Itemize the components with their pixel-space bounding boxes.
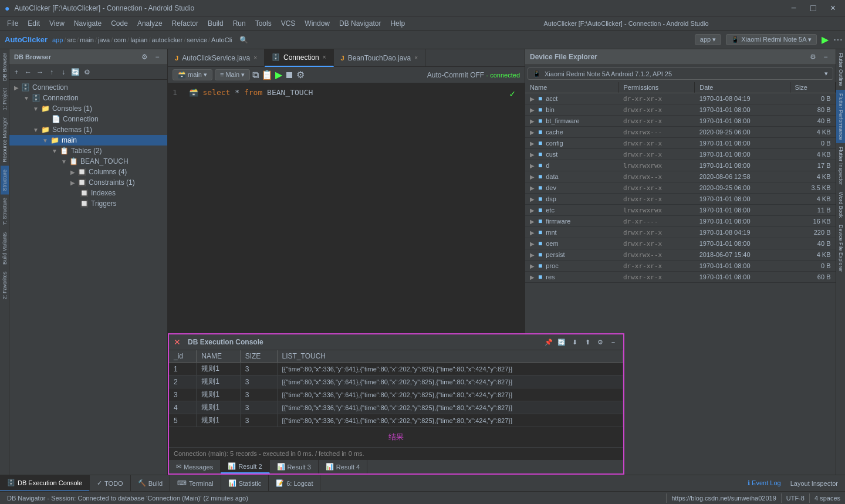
db-refresh-btn[interactable]: 🔄: [70, 67, 80, 77]
tree-item-tables[interactable]: ▼ 📋 Tables (2): [9, 146, 167, 156]
status-indent[interactable]: 4 spaces: [809, 493, 845, 503]
bottom-tab-todo[interactable]: ✓ TODO: [90, 475, 131, 492]
file-row[interactable]: ▶ ■ etc lrwxrwxrwx 1970-01-01 08:00 11 B: [525, 205, 836, 216]
right-tab-flutter-outline[interactable]: Flutter Outline: [836, 49, 845, 90]
file-row[interactable]: ▶ ■ data drwxrwx--x 2020-08-06 12:58 4 K…: [525, 171, 836, 182]
dfe-close[interactable]: −: [820, 52, 831, 62]
close-button[interactable]: ×: [826, 3, 840, 13]
tab-close-autoclickservice[interactable]: ×: [254, 55, 257, 61]
menu-vcs[interactable]: VCS: [276, 18, 300, 29]
breadcrumb-lapian[interactable]: lapian: [130, 36, 147, 43]
console-action-1[interactable]: 📌: [543, 337, 554, 347]
menu-run[interactable]: Run: [228, 18, 251, 29]
left-tab-db-browser[interactable]: DB Browser: [1, 49, 9, 84]
file-row[interactable]: ▶ ■ firmware dr-xr---- 1970-01-01 08:00 …: [525, 216, 836, 227]
device-dropdown[interactable]: 📱 Xiaomi Redmi Note 5A ▾: [726, 34, 817, 45]
breadcrumb-main[interactable]: main: [80, 36, 94, 43]
bottom-tab-build[interactable]: 🔨 Build: [131, 475, 170, 492]
left-tab-favorites[interactable]: 2: Favorites: [1, 268, 9, 303]
tree-item-main[interactable]: ▼ 📁 main: [9, 135, 167, 146]
tree-item-consoles[interactable]: ▼ 📁 Consoles (1): [9, 103, 167, 114]
toolbar-paste-btn[interactable]: 📋: [261, 69, 273, 80]
db-browser-settings[interactable]: ⚙: [139, 52, 150, 62]
breadcrumb-com[interactable]: com: [114, 36, 126, 43]
left-tab-project[interactable]: 1: Project: [1, 84, 9, 114]
db-back-btn[interactable]: ←: [23, 67, 33, 77]
left-tab-structure2[interactable]: 7: Structure: [1, 194, 9, 229]
menu-tools[interactable]: Tools: [251, 18, 276, 29]
toolbar-run-btn[interactable]: ▶: [275, 69, 282, 80]
menu-edit[interactable]: Edit: [23, 18, 45, 29]
right-tab-flutter-perf[interactable]: Flutter Performance: [836, 90, 845, 144]
console-action-3[interactable]: ⬇: [569, 337, 580, 347]
console-minimize[interactable]: −: [608, 337, 618, 347]
layout-inspector-btn[interactable]: Layout Inspector: [790, 480, 838, 487]
table-row[interactable]: 3 规则1 3 [{"time":80,"x":336,"y":641},{"t…: [169, 388, 623, 401]
status-line-col[interactable]: https://blog.csdn.net/sunweiha02019: [666, 493, 781, 503]
bottom-tab-db-console[interactable]: 🗄️ DB Execution Console: [0, 475, 90, 492]
menu-window[interactable]: Window: [300, 18, 334, 29]
breadcrumb-app[interactable]: app: [52, 36, 63, 43]
file-row[interactable]: ▶ ■ acct dr-xr-xr-x 1970-01-08 04:19 0 B: [525, 93, 836, 104]
file-row[interactable]: ▶ ■ persist drwxrwx--x 2018-06-07 15:40 …: [525, 249, 836, 261]
file-row[interactable]: ▶ ■ bin drwxr-xr-x 1970-01-01 08:00 80 B: [525, 104, 836, 116]
file-row[interactable]: ▶ ■ oem drwxr-xr-x 1970-01-01 08:00 40 B: [525, 238, 836, 249]
right-tab-flutter-inspector[interactable]: Flutter Inspector: [836, 143, 845, 188]
tab-close-connection[interactable]: ×: [323, 54, 326, 60]
table-row[interactable]: 4 规则1 3 [{"time":80,"x":336,"y":641},{"t…: [169, 401, 623, 414]
left-tab-resource[interactable]: Resource Manager: [1, 114, 9, 166]
right-tab-word-book[interactable]: Word Book: [836, 188, 845, 221]
toolbar-main-dropdown[interactable]: 🗃️ main ▾: [173, 69, 212, 80]
maximize-button[interactable]: □: [806, 3, 821, 13]
console-action-4[interactable]: ⬆: [582, 337, 593, 347]
bottom-tab-statistic[interactable]: 📊 Statistic: [221, 475, 269, 492]
file-row[interactable]: ▶ ■ cache drwxrwx--- 2020-09-25 06:00 4 …: [525, 127, 836, 138]
db-up-btn[interactable]: ↑: [46, 67, 57, 77]
tree-item-constraints[interactable]: ▶ 🔲 Constraints (1): [9, 177, 167, 188]
db-down-btn[interactable]: ↓: [58, 67, 69, 77]
left-tab-structure[interactable]: Structure: [1, 166, 9, 195]
device-selector[interactable]: 📱 Xiaomi Redmi Note 5A Android 7.1.2, AP…: [528, 67, 833, 80]
file-row[interactable]: ▶ ■ proc dr-xr-xr-x 1970-01-01 08:00 0 B: [525, 261, 836, 272]
tab-close-beantouchdao[interactable]: ×: [414, 55, 418, 61]
menu-navigate[interactable]: Navigate: [69, 18, 106, 29]
file-row[interactable]: ▶ ■ config drwxr-xr-x 1970-01-01 08:00 0…: [525, 138, 836, 149]
menu-help[interactable]: Help: [386, 18, 410, 29]
file-row[interactable]: ▶ ■ dev drwxr-xr-x 2020-09-25 06:00 3.5 …: [525, 182, 836, 194]
file-row[interactable]: ▶ ■ bt_firmware drwxr-xr-x 1970-01-01 08…: [525, 116, 836, 127]
menu-analyze[interactable]: Analyze: [133, 18, 167, 29]
tab-autoclickservice[interactable]: J AutoClickService.java ×: [168, 49, 265, 67]
tab-connection[interactable]: 🗄️ Connection ×: [265, 49, 334, 67]
status-encoding[interactable]: UTF-8: [781, 493, 809, 503]
console-tab-result4[interactable]: 📊 Result 4: [319, 460, 367, 473]
bottom-tab-terminal[interactable]: ⌨ Terminal: [170, 475, 221, 492]
breadcrumb-src[interactable]: src: [67, 36, 76, 43]
console-action-2[interactable]: 🔄: [556, 337, 567, 347]
tree-item-columns[interactable]: ▶ 🔲 Columns (4): [9, 167, 167, 177]
run-button[interactable]: ▶: [822, 34, 829, 45]
left-tab-build-variants[interactable]: Build Variants: [1, 229, 9, 268]
toolbar-stop-btn[interactable]: ⏹: [285, 70, 294, 80]
tree-item-schemas[interactable]: ▼ 📁 Schemas (1): [9, 124, 167, 135]
console-tab-result3[interactable]: 📊 Result 3: [270, 460, 319, 473]
console-tab-result2[interactable]: 📊 Result 2: [221, 460, 269, 473]
db-browser-close[interactable]: −: [152, 52, 163, 62]
breadcrumb-service[interactable]: service: [187, 36, 207, 43]
menu-file[interactable]: File: [2, 18, 23, 29]
console-close-btn[interactable]: ✕: [174, 337, 181, 347]
file-row[interactable]: ▶ ■ cust drwxr-xr-x 1970-01-01 08:00 4 K…: [525, 149, 836, 160]
console-settings[interactable]: ⚙: [595, 337, 606, 347]
menu-refactor[interactable]: Refactor: [167, 18, 203, 29]
file-row[interactable]: ▶ ■ res drwxr-xr-x 1970-01-01 08:00 60 B: [525, 272, 836, 283]
tree-item-console-connection[interactable]: 📄 Connection: [9, 114, 167, 124]
app-dropdown[interactable]: app ▾: [695, 34, 721, 45]
menu-code[interactable]: Code: [106, 18, 133, 29]
menu-view[interactable]: View: [45, 18, 69, 29]
tree-item-indexes[interactable]: 🔲 Indexes: [9, 188, 167, 198]
tree-item-connection-root[interactable]: ▶ 🗄️ Connection: [9, 82, 167, 93]
breadcrumb-autoclicker[interactable]: autoclicker: [152, 36, 183, 43]
file-row[interactable]: ▶ ■ mnt drwxr-xr-x 1970-01-08 04:19 220 …: [525, 227, 836, 238]
menu-db-navigator[interactable]: DB Navigator: [334, 18, 386, 29]
table-row[interactable]: 1 规则1 3 [{"time":80,"x":336,"y":641},{"t…: [169, 363, 623, 376]
toolbar-settings-btn[interactable]: ⚙: [296, 69, 305, 80]
